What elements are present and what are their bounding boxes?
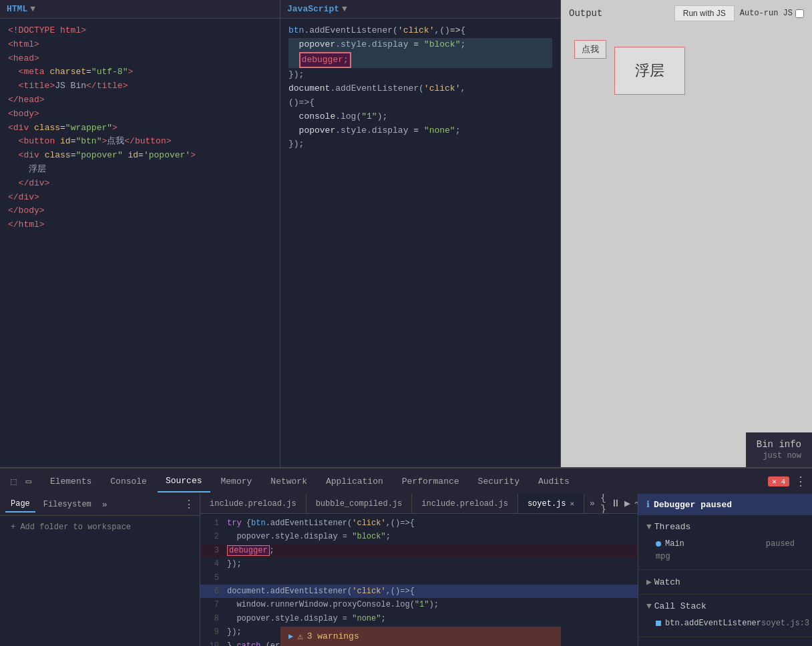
line-code-9: }); [227,625,242,639]
line-code-2: popover.style.display = "block"; [227,530,391,543]
html-line-8: <div class="wrapper"> [8,121,272,135]
tab-memory[interactable]: Memory [213,471,260,492]
run-with-js-button[interactable]: Run with JS [674,5,735,21]
auto-run-label: Auto-run JS [740,9,793,18]
line-number-9: 9 [203,625,219,639]
call-stack-section: ▼ Call Stack btn.addEventListener soyet.… [638,595,812,637]
auto-run-checkbox[interactable] [795,9,804,18]
html-line-9: <button id="btn">点我</button> [8,135,272,149]
sources-main: include.preload.js bubble_compiled.js in… [200,494,638,646]
js-line-highlighted: popover.style.display = "block"; debugge… [288,38,552,69]
mpg-thread-item: mpg [652,551,799,563]
call-stack-function: btn.addEventListener [665,619,761,628]
line-number-8: 8 [203,612,219,625]
code-line-8: 8 popover.style.display = "none"; [200,612,638,625]
debugger-panel: ℹ Debugger paused ▼ Threads Main paused … [638,494,812,646]
sources-filesystem-tab[interactable]: Filesystem [38,497,97,512]
auto-run-container: Auto-run JS [740,9,804,18]
html-line-7: <body> [8,107,272,121]
js-line-7: console.log("1"); [288,110,552,124]
warnings-text: 3 warnings [307,631,359,641]
pause-exceptions-icon[interactable]: ⏸ [610,498,620,510]
code-line-2: 2 popover.style.display = "block"; [200,530,638,543]
device-icon[interactable]: ▭ [23,474,33,489]
tab-sources[interactable]: Sources [158,470,210,493]
js-line-6: ()=>{ [288,96,552,110]
threads-header[interactable]: ▼ Threads [646,519,804,535]
preview-button[interactable]: 点我 [574,40,606,59]
debug-info-icon: ℹ [646,499,650,510]
tab-performance[interactable]: Performance [394,471,467,492]
sources-sidebar-more-icon[interactable]: ⋮ [184,498,194,511]
tab-security[interactable]: Security [470,471,528,492]
call-stack-item-1: btn.addEventListener soyet.js:3 [652,617,799,630]
file-tab-soyet[interactable]: soyet.js ✕ [518,494,584,513]
popover-text: 浮层 [635,63,664,80]
threads-collapse-arrow: ▼ [646,522,652,532]
code-line-1: 1 try {btn.addEventListener('click',()=>… [200,517,638,530]
js-dropdown-arrow[interactable]: ▼ [342,4,347,14]
file-tab-close-icon[interactable]: ✕ [570,499,574,508]
line-number-3: 3 [203,544,219,557]
call-stack-file: soyet.js:3 [761,619,809,628]
bin-info-time: just now [757,451,801,460]
add-folder-button[interactable]: + Add folder to workspace [0,516,200,539]
line-number-1: 1 [203,517,219,530]
html-line-10: <div class="popover" id='popover'> [8,149,272,163]
file-tabs: include.preload.js bubble_compiled.js in… [200,494,638,514]
call-stack-header[interactable]: ▼ Call Stack [646,599,804,614]
js-line-2: popover.style.display = "block"; [288,38,552,52]
tab-elements[interactable]: Elements [42,471,99,492]
line-code-3: debugger; [227,544,274,557]
sources-page-tab[interactable]: Page [5,497,35,513]
html-line-11: 浮层 [8,163,272,177]
threads-label: Threads [654,522,691,532]
file-tab-include-preload-1[interactable]: include.preload.js [200,494,307,513]
top-area: HTML ▼ <!DOCTYPE html> <html> <head> <me… [0,0,812,467]
output-controls: Run with JS Auto-run JS [674,5,804,21]
call-stack-content: btn.addEventListener soyet.js:3 [646,614,804,633]
output-header: Output Run with JS Auto-run JS [561,0,812,27]
js-label: JavaScript [287,4,339,14]
html-line-3: <head> [8,52,272,66]
file-tab-bubble-compiled[interactable]: bubble_compiled.js [307,494,413,513]
tab-audits[interactable]: Audits [530,471,578,492]
main-thread-item: Main paused [652,537,799,551]
watch-section: ▶ Watch [638,570,812,595]
line-code-7: window.runnerWindow.proxyConsole.log("1"… [227,598,439,611]
js-panel-header: JavaScript ▼ [280,0,560,19]
sources-toolbar-icons: { } ⏸ ▶ ↷ ↓ ↑ → ⊘ ⛔ [600,494,638,514]
format-icon[interactable]: { } [600,494,606,514]
resume-icon[interactable]: ▶ [624,497,630,510]
code-line-7: 7 window.runnerWindow.proxyConsole.log("… [200,598,638,611]
sources-sub-more[interactable]: » [102,500,108,510]
html-line-12: </div> [8,177,272,191]
step-over-icon[interactable]: ↷ [634,497,638,510]
html-panel-header: HTML ▼ [0,0,280,19]
devtools-more-icon[interactable]: ⋮ [795,474,807,489]
tab-network[interactable]: Network [262,471,315,492]
html-line-15: </html> [8,218,272,232]
watch-label: Watch [654,577,680,587]
file-tabs-more-icon[interactable]: » [584,496,600,511]
watch-header[interactable]: ▶ Watch [646,574,804,590]
html-code-area: <!DOCTYPE html> <html> <head> <meta char… [0,19,280,238]
devtools-icons: ⬚ ▭ [8,474,34,489]
js-line-8: popover.style.display = "none"; [288,124,552,138]
sources-sidebar: Page Filesystem » ⋮ + Add folder to work… [0,494,200,646]
code-line-6: 6 document.addEventListener('click',()=>… [200,585,638,598]
watch-collapse-arrow: ▶ [646,577,652,587]
html-dropdown-arrow[interactable]: ▼ [30,4,35,14]
file-tab-include-preload-2[interactable]: include.preload.js [412,494,518,513]
html-label: HTML [7,4,27,14]
tab-application[interactable]: Application [318,471,391,492]
warning-icon: ⚠ [297,631,302,642]
html-line-2: <html> [8,38,272,52]
popover-box: 浮层 [614,47,685,95]
js-line-9: }); [288,137,552,151]
line-number-10: 10 [203,639,219,646]
devtools-tabs: ⬚ ▭ Elements Console Sources Memory Netw… [0,467,812,494]
inspect-icon[interactable]: ⬚ [8,474,19,489]
tab-console[interactable]: Console [102,471,155,492]
line-number-6: 6 [203,585,219,598]
